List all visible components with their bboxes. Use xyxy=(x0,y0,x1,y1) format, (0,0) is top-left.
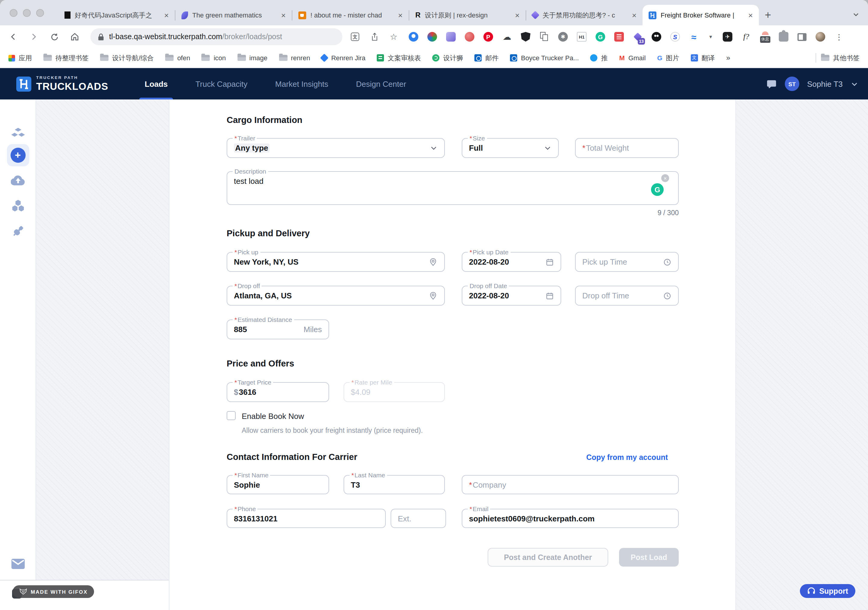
post-load-button[interactable]: Post Load xyxy=(619,548,679,567)
browser-proxy-extension-icon[interactable] xyxy=(409,32,418,42)
close-tab-icon[interactable]: × xyxy=(749,11,753,19)
sidebar-item-hexagons[interactable] xyxy=(11,200,25,213)
post-and-create-another-button[interactable]: Post and Create Another xyxy=(488,548,608,567)
sidebar-item-upload[interactable] xyxy=(11,174,25,186)
total-weight-input[interactable]: *Total Weight xyxy=(575,138,679,158)
address-bar[interactable]: tl-base.qa-websit.truckerpath.com/broker… xyxy=(90,28,343,45)
bookmark-google-images[interactable]: G图片 xyxy=(657,53,679,62)
tab-4[interactable]: R 设计原则 | rex-design × xyxy=(409,5,525,25)
asterisk-extension-icon[interactable]: ✱ xyxy=(558,32,568,42)
bookmark-apps[interactable]: 应用 xyxy=(8,53,32,62)
sidebar-item-loads-cubes[interactable] xyxy=(11,127,25,141)
close-tab-icon[interactable]: × xyxy=(164,11,169,19)
estimated-distance-input[interactable]: *Estimated Distance 885 Miles xyxy=(227,319,329,339)
grammarly-icon[interactable]: G xyxy=(651,183,663,196)
user-avatar[interactable]: ST xyxy=(785,77,799,91)
translate-icon[interactable]: 文 xyxy=(349,30,362,43)
bookmarks-overflow-chevron[interactable]: » xyxy=(726,54,730,62)
browser-menu-icon[interactable]: ⋮ xyxy=(834,32,844,42)
paper-plane-extension-icon[interactable]: ✈ xyxy=(723,32,732,42)
nav-design-center[interactable]: Design Center xyxy=(356,68,406,99)
close-tab-icon[interactable]: × xyxy=(281,11,286,19)
tab-3[interactable]: ! about me - mister chad × xyxy=(292,5,409,25)
tab-2[interactable]: The green mathematics × xyxy=(175,5,292,25)
copy-from-account-link[interactable]: Copy from my account xyxy=(586,453,668,462)
pinterest-extension-icon[interactable]: P xyxy=(484,32,493,42)
dropoff-location-input[interactable]: *Drop off Atlanta, GA, US xyxy=(227,286,445,306)
gem-extension-icon[interactable]: 13 xyxy=(633,32,643,42)
tab-1[interactable]: 好奇代码JavaScript高手之 × xyxy=(59,5,175,25)
function-extension-icon[interactable]: f? xyxy=(741,32,751,42)
dropoff-date-input[interactable]: Drop off Date 2022-08-20 xyxy=(462,286,561,306)
bookmark-folder[interactable]: ofen xyxy=(165,54,190,62)
bookmark-lion[interactable]: 设计狮 xyxy=(432,53,463,62)
cloud-extension-icon[interactable]: ☁ xyxy=(502,32,512,42)
description-textarea[interactable]: Description test load xyxy=(227,171,679,205)
truckloads-logo[interactable] xyxy=(16,76,31,91)
support-button[interactable]: Support xyxy=(800,584,856,598)
maximize-window-button[interactable] xyxy=(36,9,44,17)
bookmark-gmail[interactable]: MGmail xyxy=(619,54,646,62)
sidebar-item-messages[interactable] xyxy=(11,559,25,569)
new-tab-button[interactable]: + xyxy=(759,5,777,25)
share-icon[interactable] xyxy=(368,30,381,43)
tab-search-chevron-icon[interactable] xyxy=(852,10,860,20)
home-button[interactable] xyxy=(68,29,82,44)
enable-book-now-checkbox[interactable] xyxy=(227,411,236,420)
reload-button[interactable] xyxy=(47,29,62,44)
bookmark-jira[interactable]: Renren Jira xyxy=(322,54,366,62)
ext-input[interactable]: Ext. xyxy=(391,509,446,528)
close-window-button[interactable] xyxy=(10,9,17,17)
notes-extension-icon[interactable] xyxy=(614,32,624,42)
grammarly-extension-icon[interactable]: G xyxy=(595,32,605,42)
close-tab-icon[interactable]: × xyxy=(398,11,403,19)
shield-extension-icon[interactable] xyxy=(521,32,530,42)
user-name[interactable]: Sophie T3 xyxy=(807,79,843,88)
feather-extension-icon[interactable] xyxy=(427,32,437,42)
pickup-date-input[interactable]: *Pick up Date 2022-08-20 xyxy=(462,252,561,272)
target-price-input[interactable]: *Target Price $ 3616 xyxy=(227,382,329,402)
pickup-time-input[interactable]: Pick up Time xyxy=(575,252,679,272)
bookmark-folder[interactable]: renren xyxy=(279,54,310,62)
rest-reminder-extension-icon[interactable]: 休息 xyxy=(760,32,770,42)
extensions-puzzle-icon[interactable] xyxy=(779,32,789,42)
bookmark-outlook[interactable]: 邮件 xyxy=(475,53,499,62)
chat-icon[interactable] xyxy=(766,79,777,89)
last-name-input[interactable]: *Last Name T3 xyxy=(344,475,445,494)
size-select[interactable]: *Size Full xyxy=(462,138,559,158)
close-tab-icon[interactable]: × xyxy=(515,11,519,19)
red-flower-extension-icon[interactable] xyxy=(465,32,474,42)
tab-active-freight-broker[interactable]: Freight Broker Software | × xyxy=(643,5,759,25)
bookmark-other-bookmarks[interactable]: 其他书签 xyxy=(821,53,860,62)
extensions-dropdown-icon[interactable]: ▾ xyxy=(708,32,714,42)
phone-input[interactable]: *Phone 8316131021 xyxy=(227,509,386,528)
h1-extension-icon[interactable]: H1 xyxy=(577,32,586,42)
copy-extension-icon[interactable] xyxy=(539,32,549,42)
sidebar-toggle-icon[interactable] xyxy=(797,33,806,41)
tab-5[interactable]: 关于禁用功能的思考? - c × xyxy=(526,5,643,25)
first-name-input[interactable]: *First Name Sophie xyxy=(227,475,329,494)
bookmark-folder[interactable]: icon xyxy=(202,54,226,62)
bookmark-sheet[interactable]: 文案审核表 xyxy=(377,53,421,62)
close-tab-icon[interactable]: × xyxy=(632,11,637,19)
pickup-location-input[interactable]: *Pick up New York, NY, US xyxy=(227,252,445,272)
trailer-select[interactable]: *Trailer Any type xyxy=(227,138,445,158)
nav-loads[interactable]: Loads xyxy=(145,68,168,99)
bookmark-folder[interactable]: image xyxy=(237,54,267,62)
user-menu-chevron-icon[interactable] xyxy=(851,80,858,88)
bookmark-folder[interactable]: 设计导航/综合 xyxy=(100,53,154,62)
email-input[interactable]: *Email sophietest0609@truckerpath.com xyxy=(462,509,679,528)
bulb-extension-icon[interactable] xyxy=(652,32,661,42)
sidebar-item-post-load-active[interactable]: + xyxy=(7,144,29,166)
sidebar-item-integrations-plug[interactable] xyxy=(11,224,25,238)
company-input[interactable]: *Company xyxy=(462,475,679,494)
bookmark-translate[interactable]: 文翻译 xyxy=(691,53,715,62)
bookmark-outlook-boyce[interactable]: Boyce Trucker Pa... xyxy=(510,54,579,62)
minimize-window-button[interactable] xyxy=(23,9,31,17)
nav-market-insights[interactable]: Market Insights xyxy=(275,68,328,99)
profile-avatar[interactable] xyxy=(815,32,825,42)
grammarly-dismiss-icon[interactable]: × xyxy=(661,174,669,182)
bookmark-star-icon[interactable]: ☆ xyxy=(387,30,400,43)
back-button[interactable] xyxy=(6,29,20,44)
bookmark-twitter[interactable]: 推 xyxy=(591,53,608,62)
